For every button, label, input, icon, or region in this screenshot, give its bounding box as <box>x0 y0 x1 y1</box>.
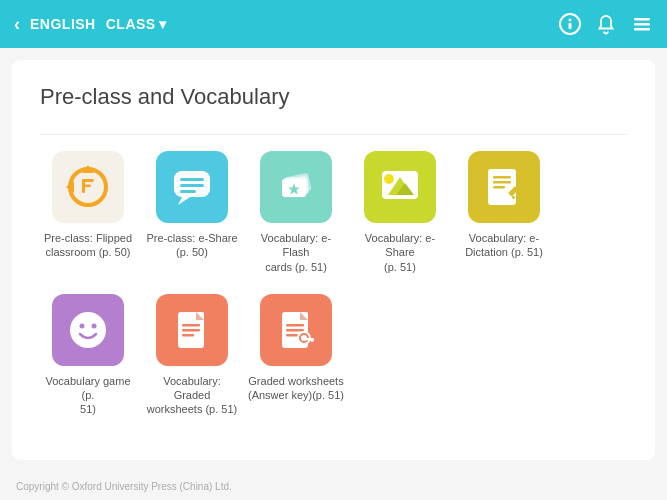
svg-rect-13 <box>180 178 204 181</box>
footer-copyright: Copyright © Oxford University Press (Chi… <box>16 481 232 492</box>
bell-icon[interactable] <box>595 13 617 35</box>
svg-rect-43 <box>286 329 304 332</box>
header-icon-group <box>559 13 653 35</box>
menu-icon[interactable] <box>631 13 653 35</box>
icon-label: Pre-class: e-Share(p. 50) <box>146 231 237 260</box>
svg-point-30 <box>70 312 106 348</box>
eshare-vocab-icon-bg <box>364 151 436 223</box>
svg-point-23 <box>384 174 394 184</box>
chevron-down-icon: ▾ <box>159 16 167 32</box>
list-item[interactable]: Vocabulary: e-Flashcards (p. 51) <box>248 151 344 274</box>
svg-marker-12 <box>178 197 190 205</box>
app-header: ‹ ENGLISH CLASS ▾ <box>0 0 667 48</box>
list-item[interactable]: Vocabulary: Gradedworksheets (p. 51) <box>144 294 240 417</box>
back-button[interactable]: ‹ <box>14 14 20 35</box>
icon-label: Vocabulary: Gradedworksheets (p. 51) <box>144 374 240 417</box>
list-item[interactable]: Vocabulary game (p.51) <box>40 294 136 417</box>
svg-rect-37 <box>182 329 200 332</box>
list-item[interactable]: Vocabulary: e-Dictation (p. 51) <box>456 151 552 274</box>
svg-rect-44 <box>286 334 298 337</box>
info-icon[interactable] <box>559 13 581 35</box>
svg-rect-25 <box>493 176 511 179</box>
svg-rect-38 <box>182 334 194 337</box>
graded-icon-bg <box>156 294 228 366</box>
svg-point-46 <box>301 335 307 341</box>
svg-rect-41 <box>300 312 308 320</box>
svg-rect-42 <box>286 324 304 327</box>
main-content: Pre-class and Vocabulary Pre-class <box>12 60 655 460</box>
svg-rect-4 <box>634 23 650 26</box>
divider <box>40 134 627 135</box>
list-item[interactable]: Pre-class: Flippedclassroom (p. 50) <box>40 151 136 274</box>
svg-rect-5 <box>634 28 650 31</box>
list-item[interactable]: Pre-class: e-Share(p. 50) <box>144 151 240 274</box>
svg-rect-48 <box>311 338 314 342</box>
list-item[interactable]: Vocabulary: e-Share(p. 51) <box>352 151 448 274</box>
svg-rect-26 <box>493 181 511 184</box>
icons-grid: Pre-class: Flippedclassroom (p. 50) Pre-… <box>40 151 627 437</box>
svg-rect-27 <box>493 186 505 189</box>
answerkey-icon-bg <box>260 294 332 366</box>
header-class-label[interactable]: CLASS ▾ <box>106 16 166 32</box>
icon-label: Pre-class: Flippedclassroom (p. 50) <box>44 231 132 260</box>
edictation-icon-bg <box>468 151 540 223</box>
eshare-preclass-icon-bg <box>156 151 228 223</box>
svg-rect-35 <box>196 312 204 320</box>
svg-rect-36 <box>182 324 200 327</box>
svg-point-1 <box>569 19 572 22</box>
icon-label: Vocabulary: e-Share(p. 51) <box>352 231 448 274</box>
svg-rect-14 <box>180 184 204 187</box>
icon-label: Graded worksheets(Answer key)(p. 51) <box>248 374 344 403</box>
svg-rect-3 <box>634 18 650 21</box>
icon-label: Vocabulary: e-Dictation (p. 51) <box>465 231 543 260</box>
svg-rect-2 <box>569 23 572 29</box>
list-item[interactable]: Graded worksheets(Answer key)(p. 51) <box>248 294 344 417</box>
eflash-icon-bg <box>260 151 332 223</box>
svg-rect-10 <box>82 185 91 188</box>
icon-label: Vocabulary: e-Flashcards (p. 51) <box>248 231 344 274</box>
class-text: CLASS <box>106 16 156 32</box>
flipped-icon-bg <box>52 151 124 223</box>
svg-point-31 <box>80 323 85 328</box>
vocabgame-icon-bg <box>52 294 124 366</box>
page-title: Pre-class and Vocabulary <box>40 84 627 110</box>
icon-label: Vocabulary game (p.51) <box>40 374 136 417</box>
svg-point-32 <box>92 323 97 328</box>
svg-rect-15 <box>180 190 196 193</box>
header-english-label: ENGLISH <box>30 16 96 32</box>
